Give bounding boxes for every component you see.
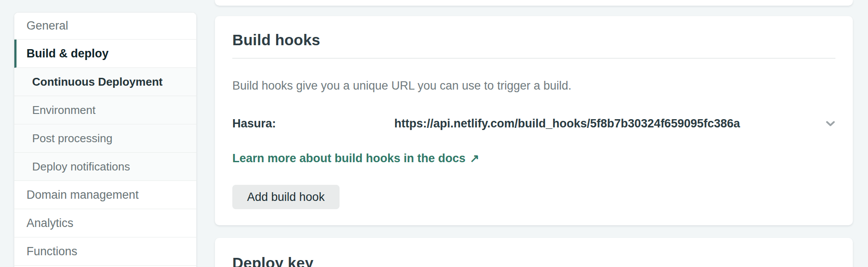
sidebar-item-domain-management[interactable]: Domain management xyxy=(14,181,196,209)
external-link-icon: ↗ xyxy=(470,150,479,166)
sidebar-item-build-deploy[interactable]: Build & deploy xyxy=(14,40,196,68)
sidebar-item-analytics[interactable]: Analytics xyxy=(14,209,196,237)
sidebar-item-functions[interactable]: Functions xyxy=(14,237,196,266)
build-hook-url: https://api.netlify.com/build_hooks/5f8b… xyxy=(394,117,740,130)
build-hooks-description: Build hooks give you a unique URL you ca… xyxy=(232,78,835,93)
sidebar-item-post-processing[interactable]: Post processing xyxy=(14,124,196,153)
button-row: Add build hook xyxy=(232,185,835,209)
sidebar-item-general[interactable]: General xyxy=(14,13,196,40)
docs-link-label: Learn more about build hooks in the docs xyxy=(232,150,465,166)
add-build-hook-button[interactable]: Add build hook xyxy=(232,185,340,209)
settings-content: Build hooks Build hooks give you a uniqu… xyxy=(215,0,853,267)
deploy-key-title: Deploy key xyxy=(232,254,835,267)
card-divider xyxy=(232,58,835,59)
settings-sidebar: General Build & deploy Continuous Deploy… xyxy=(14,12,197,267)
build-hooks-title: Build hooks xyxy=(232,31,835,49)
build-hooks-card: Build hooks Build hooks give you a uniqu… xyxy=(215,16,853,225)
deploy-key-card: Deploy key xyxy=(215,238,853,267)
build-hook-name: Hasura: xyxy=(232,117,394,130)
sidebar-item-deploy-notifications[interactable]: Deploy notifications xyxy=(14,153,196,181)
sidebar-item-continuous-deployment[interactable]: Continuous Deployment xyxy=(14,68,196,96)
sidebar-item-environment[interactable]: Environment xyxy=(14,96,196,124)
build-hook-expand-button[interactable] xyxy=(822,116,838,131)
chevron-down-icon xyxy=(826,121,835,127)
build-hooks-docs-link[interactable]: Learn more about build hooks in the docs… xyxy=(232,150,479,166)
build-hook-row: Hasura: https://api.netlify.com/build_ho… xyxy=(232,116,835,131)
previous-card-bottom-edge xyxy=(215,0,853,6)
settings-page: General Build & deploy Continuous Deploy… xyxy=(0,0,868,267)
